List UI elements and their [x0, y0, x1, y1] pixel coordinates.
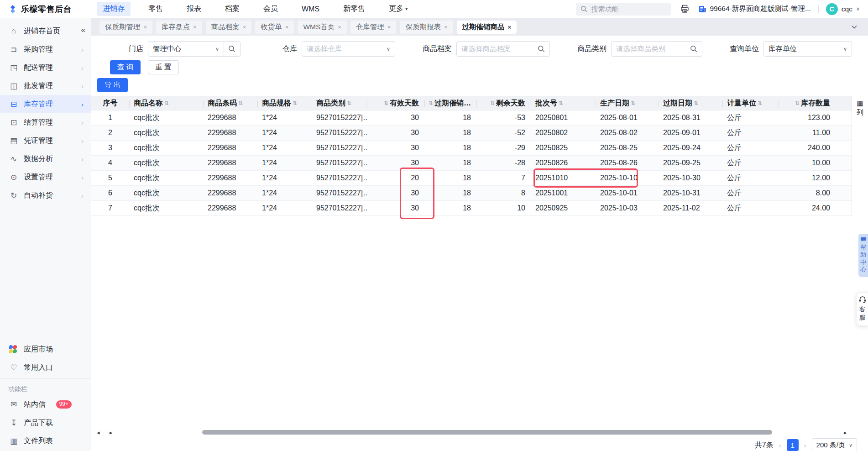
- category-search-input[interactable]: [616, 45, 690, 53]
- column-header[interactable]: ⇅ 剩余天数: [476, 96, 531, 110]
- nav-item-more[interactable]: 更多▾: [383, 2, 414, 16]
- nav-item-xinlingshou[interactable]: 新零售: [337, 2, 371, 16]
- column-header[interactable]: ⇅ 库存数量: [779, 96, 836, 110]
- toolbar: 导 出: [97, 78, 868, 92]
- customer-service-tab[interactable]: 客服: [856, 292, 868, 326]
- sidebar-item-downloads[interactable]: ↧ 产品下载: [0, 414, 91, 432]
- sidebar-item-settings[interactable]: ⊙ 设置管理 ›: [0, 168, 91, 186]
- column-header[interactable]: 商品名称 ⇅: [129, 96, 203, 110]
- query-button[interactable]: 查 询: [110, 60, 141, 74]
- nav-item-wms[interactable]: WMS: [296, 3, 325, 16]
- sidebar-item-settlement[interactable]: ⊡ 结算管理 ›: [0, 113, 91, 131]
- warehouse-select[interactable]: 请选择仓库 ∨: [302, 41, 395, 57]
- column-header[interactable]: 商品规格 ⇅: [257, 96, 312, 110]
- scroll-right-icon[interactable]: ▸: [842, 429, 849, 436]
- column-header[interactable]: 批次号 ⇅: [531, 96, 596, 110]
- org-switcher[interactable]: 99664-新界面商超版测试-管理...: [698, 4, 810, 14]
- prev-page-icon[interactable]: ‹: [779, 441, 781, 449]
- sidebar-item-purchase[interactable]: ⊐ 采购管理 ›: [0, 40, 91, 58]
- category-search-field[interactable]: [611, 41, 702, 57]
- tab[interactable]: WMS首页 ×: [298, 21, 346, 34]
- next-page-icon[interactable]: ›: [804, 441, 806, 449]
- search-input[interactable]: [591, 5, 659, 13]
- sidebar-item-label: 库存管理: [24, 100, 53, 109]
- sidebar-item-inventory[interactable]: ⊟ 库存管理 ›: [0, 95, 91, 113]
- sidebar-item-favorites[interactable]: ♡ 常用入口: [0, 358, 91, 377]
- tab-list-dropdown[interactable]: [849, 23, 860, 31]
- delivery-icon: ◳: [9, 63, 18, 73]
- product-search-input[interactable]: [461, 45, 538, 53]
- reset-button[interactable]: 重 置: [148, 60, 178, 74]
- table-row[interactable]: 3 cqc批次 2299688 1*24 95270152227|… 30 18…: [91, 141, 852, 156]
- tab-close-icon[interactable]: ×: [193, 24, 197, 31]
- user-menu[interactable]: C cqc ∨: [826, 3, 860, 15]
- column-header[interactable]: ⇅ 有效天数: [367, 96, 424, 110]
- sidebar-item-replenish[interactable]: ↻ 自动补货 ›: [0, 186, 91, 205]
- tab-close-icon[interactable]: ×: [508, 24, 512, 31]
- tab-close-icon[interactable]: ×: [338, 24, 341, 31]
- tab-close-icon[interactable]: ×: [444, 24, 448, 31]
- scrollbar-thumb[interactable]: [202, 430, 772, 435]
- table-row[interactable]: 5 cqc批次 2299688 1*24 95270152227|… 20 18…: [91, 171, 852, 186]
- column-header[interactable]: 过期日期 ⇅: [659, 96, 722, 110]
- page-number-button[interactable]: 1: [787, 439, 799, 451]
- tab-close-icon[interactable]: ×: [387, 24, 391, 31]
- page-size-select[interactable]: 200 条/页 ∨: [812, 438, 857, 451]
- sidebar-item-delivery[interactable]: ◳ 配送管理 ›: [0, 58, 91, 77]
- tab[interactable]: 过期催销商品 ×: [457, 21, 517, 34]
- table-row[interactable]: 7 cqc批次 2299688 1*24 95270152227|… 30 18…: [91, 201, 852, 216]
- search-icon[interactable]: [228, 45, 235, 52]
- sidebar-item-analytics[interactable]: ∿ 数据分析 ›: [0, 150, 91, 168]
- sidebar-item-app-market[interactable]: 应用市场: [0, 340, 91, 358]
- scroll-right-small-icon[interactable]: ▸: [108, 429, 115, 436]
- column-header[interactable]: 生产日期 ⇅: [596, 96, 659, 110]
- help-center-tab[interactable]: 帮助中心: [858, 234, 868, 277]
- tab-close-icon[interactable]: ×: [243, 24, 246, 31]
- search-icon[interactable]: [690, 45, 697, 52]
- sidebar-item-voucher[interactable]: ▤ 凭证管理 ›: [0, 131, 91, 150]
- column-header[interactable]: 计量单位 ⇅: [722, 96, 779, 110]
- column-settings-button[interactable]: ▦ 列: [852, 96, 868, 216]
- tab[interactable]: 库存盘点 ×: [156, 21, 202, 34]
- column-header[interactable]: 商品类别 ⇅: [312, 96, 367, 110]
- nav-item-jinxiaocun[interactable]: 进销存: [97, 2, 131, 16]
- export-button[interactable]: 导 出: [97, 78, 128, 92]
- tab-close-icon[interactable]: ×: [144, 24, 147, 31]
- global-search[interactable]: [576, 3, 671, 16]
- tab[interactable]: 保质期报表 ×: [400, 21, 453, 34]
- cell-valid-days: 30: [367, 201, 424, 215]
- sidebar-item-file-list[interactable]: ▥ 文件列表: [0, 432, 91, 450]
- cell-production-date: 2025-08-26: [596, 156, 659, 170]
- table-row[interactable]: 2 cqc批次 2299688 1*24 95270152227|… 30 18…: [91, 126, 852, 141]
- tab-close-icon[interactable]: ×: [285, 24, 289, 31]
- sidebar-item-home[interactable]: ⌂ 进销存首页: [0, 22, 91, 40]
- scroll-left-icon[interactable]: ◂: [95, 429, 102, 436]
- table-row[interactable]: 4 cqc批次 2299688 1*24 95270152227|… 30 18…: [91, 156, 852, 171]
- tab[interactable]: 收货单 ×: [255, 21, 294, 34]
- nav-item-lingshou[interactable]: 零售: [142, 2, 169, 16]
- column-header[interactable]: 商品条码 ⇅: [203, 96, 257, 110]
- avatar: C: [826, 3, 838, 15]
- unit-select[interactable]: 库存单位 ∨: [763, 41, 852, 57]
- nav-item-baobiao[interactable]: 报表: [181, 2, 207, 16]
- cell-spec: 1*24: [257, 141, 312, 155]
- table-row[interactable]: 1 cqc批次 2299688 1*24 95270152227|… 30 18…: [91, 110, 852, 126]
- sidebar-item-label: 凭证管理: [24, 136, 53, 146]
- nav-item-huiyuan[interactable]: 会员: [257, 2, 284, 16]
- sidebar-item-inbox[interactable]: ✉ 站内信 99+: [0, 395, 91, 414]
- cell-category: 95270152227|…: [312, 126, 367, 140]
- column-header[interactable]: 序号: [91, 96, 129, 110]
- product-search-field[interactable]: [456, 41, 550, 57]
- search-icon[interactable]: [538, 45, 545, 52]
- sidebar-item-wholesale[interactable]: ◫ 批发管理 ›: [0, 77, 91, 95]
- table-row[interactable]: 6 cqc批次 2299688 1*24 95270152227|… 30 18…: [91, 186, 852, 201]
- sidebar-collapse-button[interactable]: «: [81, 26, 85, 35]
- tab[interactable]: 仓库管理 ×: [350, 21, 397, 34]
- nav-item-dangan[interactable]: 档案: [219, 2, 246, 16]
- store-select[interactable]: 管理中心 ∨: [148, 41, 241, 57]
- tab[interactable]: 保质期管理 ×: [99, 21, 152, 34]
- print-button[interactable]: [678, 3, 691, 16]
- chevron-right-icon: ›: [81, 137, 84, 145]
- tab[interactable]: 商品档案 ×: [206, 21, 252, 34]
- column-header[interactable]: ⇅ 过期催销…: [424, 96, 476, 110]
